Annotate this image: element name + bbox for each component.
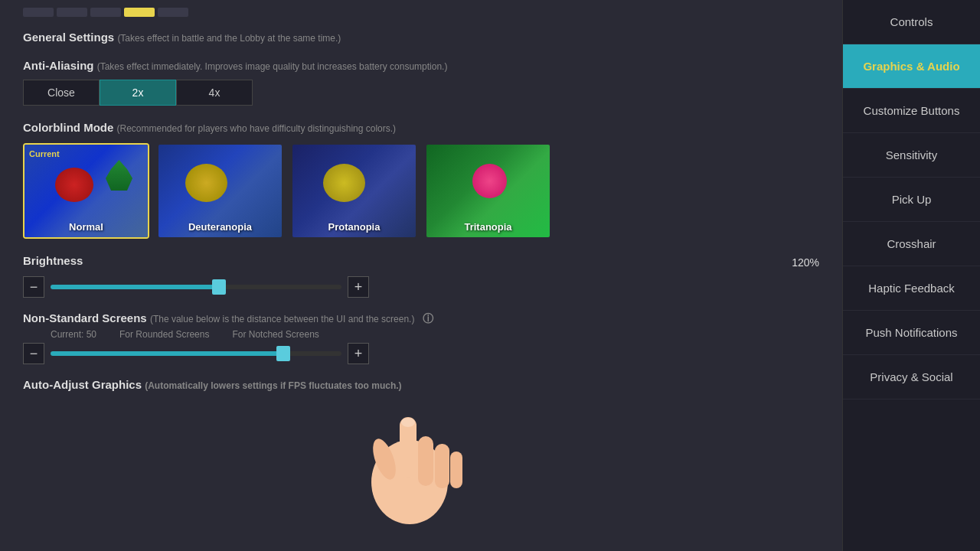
aa-4x-btn[interactable]: 4x xyxy=(176,80,253,106)
anti-aliasing-title: Anti-Aliasing (Takes effect immediately.… xyxy=(23,59,819,72)
tab-bar xyxy=(23,8,819,17)
tab-4[interactable] xyxy=(124,8,155,17)
cb-deut-blob xyxy=(185,164,227,202)
sidebar-item-controls[interactable]: Controls xyxy=(843,0,980,44)
sidebar-item-haptic-feedback[interactable]: Haptic Feedback xyxy=(843,266,980,311)
sidebar-item-privacy-social[interactable]: Privacy & Social xyxy=(843,355,980,399)
non-standard-help-icon[interactable]: ⓘ xyxy=(423,312,433,324)
svg-rect-4 xyxy=(450,452,462,488)
brightness-title: Brightness xyxy=(23,254,83,267)
current-label: Current: 50 xyxy=(51,329,96,340)
cb-normal-label: Normal xyxy=(24,221,148,233)
auto-adjust-subtitle: (Automatically lowers settings if FPS fl… xyxy=(145,380,401,391)
svg-rect-2 xyxy=(418,436,433,486)
non-standard-section: Non-Standard Screens (The value below is… xyxy=(23,311,819,364)
cb-prot-blob xyxy=(323,164,365,202)
tab-1[interactable] xyxy=(23,8,54,17)
cb-trit-blob xyxy=(472,164,507,198)
non-standard-plus-btn[interactable]: + xyxy=(348,343,369,364)
general-settings-title-text: General Settings xyxy=(23,31,114,44)
tab-2[interactable] xyxy=(57,8,87,17)
brightness-plus-btn[interactable]: + xyxy=(348,276,369,298)
brightness-thumb[interactable] xyxy=(212,279,226,295)
hand-cursor-overlay xyxy=(337,367,490,536)
anti-aliasing-title-text: Anti-Aliasing xyxy=(23,59,94,72)
cb-deuteranopia-label: Deuteranopia xyxy=(158,221,282,233)
cb-tritanopia-label: Tritanopia xyxy=(426,221,550,233)
brightness-slider-row: − + xyxy=(23,276,819,298)
auto-adjust-section: Auto-Adjust Graphics (Automatically lowe… xyxy=(23,378,819,391)
cb-normal-card[interactable]: Current Normal xyxy=(23,143,149,239)
brightness-section: Brightness 120% − + xyxy=(23,254,819,298)
colorblind-options: Current Normal Deuteranopia Protanopia xyxy=(23,143,819,239)
colorblind-subtitle: (Recommended for players who have diffic… xyxy=(117,123,397,134)
auto-adjust-title-text: Auto-Adjust Graphics xyxy=(23,378,142,391)
tab-5[interactable] xyxy=(158,8,188,17)
brightness-minus-btn[interactable]: − xyxy=(23,276,44,298)
colorblind-title-text: Colorblind Mode xyxy=(23,121,113,134)
non-standard-minus-btn[interactable]: − xyxy=(23,343,44,364)
sidebar-item-customize-buttons[interactable]: Customize Buttons xyxy=(843,89,980,133)
cb-protanopia-card[interactable]: Protanopia xyxy=(291,143,417,239)
auto-adjust-title: Auto-Adjust Graphics (Automatically lowe… xyxy=(23,378,819,391)
sidebar-item-push-notifications[interactable]: Push Notifications xyxy=(843,311,980,355)
for-notched-label: For Notched Screens xyxy=(232,329,318,340)
anti-aliasing-subtitle: (Takes effect immediately. Improves imag… xyxy=(97,61,448,72)
cb-current-badge: Current xyxy=(29,149,60,158)
svg-rect-1 xyxy=(400,417,416,478)
non-standard-thumb[interactable] xyxy=(276,346,290,361)
colorblind-title: Colorblind Mode (Recommended for players… xyxy=(23,121,819,134)
general-settings-title: General Settings (Takes effect in battle… xyxy=(23,31,819,44)
non-standard-fill xyxy=(51,351,283,356)
main-content: General Settings (Takes effect in battle… xyxy=(0,0,842,551)
non-standard-title: Non-Standard Screens (The value below is… xyxy=(23,311,819,326)
non-standard-slider-row: − + xyxy=(23,343,819,364)
anti-aliasing-section: Anti-Aliasing (Takes effect immediately.… xyxy=(23,59,819,106)
general-settings-section: General Settings (Takes effect in battle… xyxy=(23,31,819,44)
cb-protanopia-label: Protanopia xyxy=(292,221,416,233)
sidebar-item-crosshair[interactable]: Crosshair xyxy=(843,222,980,266)
sidebar-item-sensitivity[interactable]: Sensitivity xyxy=(843,133,980,178)
svg-point-0 xyxy=(371,440,448,524)
svg-rect-3 xyxy=(435,444,449,488)
sidebar-item-pick-up[interactable]: Pick Up xyxy=(843,178,980,222)
brightness-fill xyxy=(51,285,219,289)
aa-2x-btn[interactable]: 2x xyxy=(100,80,176,106)
sidebar-item-graphics-audio[interactable]: Graphics & Audio xyxy=(843,44,980,89)
brightness-header: Brightness 120% xyxy=(23,254,819,270)
non-standard-track[interactable] xyxy=(51,351,341,356)
non-standard-labels: Current: 50 For Rounded Screens For Notc… xyxy=(51,329,819,340)
brightness-track[interactable] xyxy=(51,285,341,289)
cb-tritanopia-card[interactable]: Tritanopia xyxy=(425,143,551,239)
svg-point-5 xyxy=(368,436,400,483)
aa-close-btn[interactable]: Close xyxy=(23,80,100,106)
general-settings-subtitle: (Takes effect in battle and the Lobby at… xyxy=(117,33,341,44)
non-standard-title-text: Non-Standard Screens xyxy=(23,311,147,324)
svg-point-6 xyxy=(401,418,415,427)
anti-aliasing-buttons: Close 2x 4x xyxy=(23,80,819,106)
cb-normal-red-blob xyxy=(55,168,93,202)
non-standard-subtitle: (The value below is the distance between… xyxy=(150,314,415,324)
cb-normal-green-blob xyxy=(106,160,132,191)
colorblind-section: Colorblind Mode (Recommended for players… xyxy=(23,121,819,239)
for-rounded-label: For Rounded Screens xyxy=(119,329,209,340)
brightness-value: 120% xyxy=(792,256,819,269)
cb-deuteranopia-card[interactable]: Deuteranopia xyxy=(157,143,283,239)
tab-3[interactable] xyxy=(90,8,121,17)
sidebar: Controls Graphics & Audio Customize Butt… xyxy=(842,0,980,551)
